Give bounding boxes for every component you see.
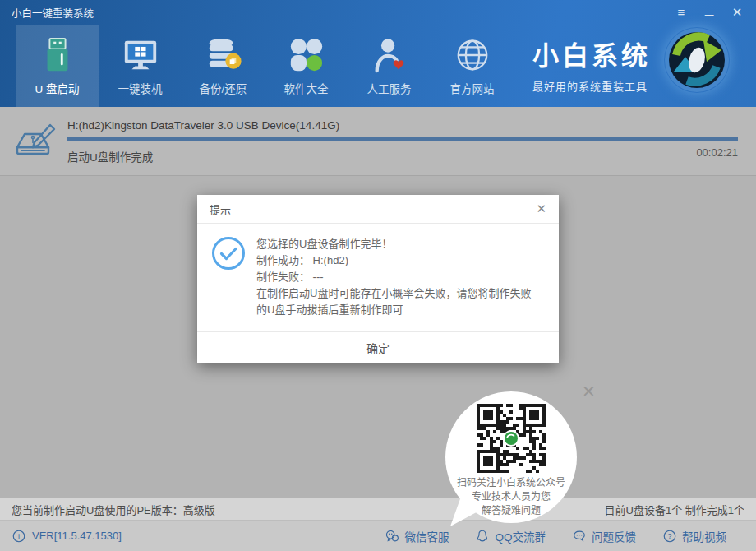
globe-icon xyxy=(454,36,491,74)
nav-item-backup-restore[interactable]: 备份/还原 xyxy=(182,25,265,107)
result-dialog: 提示 ✕ 您选择的U盘设备制作完毕！ 制作成功： H:(hd2) 制作失败： -… xyxy=(197,195,559,363)
nav-label: 一键装机 xyxy=(118,80,163,96)
status-bar: 您当前制作启动U盘使用的PE版本：高级版 目前U盘设备1个 制作完成1个 xyxy=(0,498,756,520)
progress-fill xyxy=(67,137,738,141)
version-text: VER[11.5.47.1530] xyxy=(32,530,122,542)
dialog-message-line: 制作成功： H:(hd2) xyxy=(256,252,541,269)
brand-logo-icon xyxy=(664,27,730,93)
nav-item-one-key-install[interactable]: 一键装机 xyxy=(99,25,182,107)
nav-item-software[interactable]: 软件大全 xyxy=(265,25,348,107)
disk-write-icon xyxy=(12,118,58,164)
usb-drive-icon xyxy=(39,36,76,74)
brand-block: 小白系统 最好用的系统重装工具 xyxy=(532,35,651,94)
dialog-close-icon[interactable]: ✕ xyxy=(536,201,546,216)
nav-label: 人工服务 xyxy=(367,80,412,96)
qq-group-link[interactable]: QQ交流群 xyxy=(475,528,546,544)
monitor-icon xyxy=(122,36,159,74)
info-icon: i xyxy=(12,529,26,544)
usb-device-name: H:(hd2)Kingston DataTraveler 3.0 USB Dev… xyxy=(67,119,339,132)
help-video-icon: ? xyxy=(662,529,677,544)
qr-caption-line: 扫码关注小白系统公众号 xyxy=(445,476,577,490)
footer-link-label: 问题反馈 xyxy=(592,528,636,544)
titlebar: 小白一键重装系统 ≡ ─ ✕ xyxy=(0,0,756,25)
footer-bar: i VER[11.5.47.1530] 微信客服 QQ交流群 xyxy=(0,520,756,551)
backup-restore-icon xyxy=(205,36,242,74)
footer-link-label: QQ交流群 xyxy=(495,528,546,544)
dialog-header: 提示 ✕ xyxy=(197,195,559,224)
version-info: i VER[11.5.47.1530] xyxy=(12,529,122,544)
main-nav: U 盘启动 一键装机 xyxy=(0,25,514,107)
dialog-message-line: 您选择的U盘设备制作完毕！ xyxy=(256,236,541,252)
app-title: 小白一键重装系统 xyxy=(12,5,94,21)
bubble-close-icon[interactable]: ✕ xyxy=(582,383,596,400)
dialog-message-line: 制作失败： --- xyxy=(256,269,541,285)
confirm-button[interactable]: 确定 xyxy=(197,331,559,363)
software-clover-icon xyxy=(288,36,325,74)
nav-item-official-site[interactable]: 官方网站 xyxy=(431,25,514,107)
feedback-link[interactable]: 问题反馈 xyxy=(572,528,636,544)
progress-bar xyxy=(67,137,738,141)
wechat-icon xyxy=(385,529,399,544)
nav-label: 官方网站 xyxy=(450,80,495,96)
menu-icon[interactable]: ≡ xyxy=(674,5,689,20)
close-icon[interactable]: ✕ xyxy=(730,5,744,20)
footer-links: 微信客服 QQ交流群 问题反馈 ? xyxy=(385,528,726,544)
brand-subtitle: 最好用的系统重装工具 xyxy=(532,78,651,94)
pe-version-text: 您当前制作启动U盘使用的PE版本：高级版 xyxy=(12,502,215,517)
minimize-icon[interactable]: ─ xyxy=(702,7,717,22)
svg-text:i: i xyxy=(18,532,20,540)
qr-bubble: 扫码关注小白系统公众号 专业技术人员为您 解答疑难问题 xyxy=(445,391,577,523)
dialog-message-line: 在制作启动U盘时可能存在小概率会失败，请您将制作失败的U盘手动拔插后重新制作即可 xyxy=(256,285,541,318)
nav-item-usb-boot[interactable]: U 盘启动 xyxy=(16,25,99,107)
svg-text:?: ? xyxy=(667,532,671,540)
qr-code xyxy=(477,404,546,473)
feedback-bubble-icon xyxy=(572,529,587,544)
nav-item-support[interactable]: 人工服务 xyxy=(348,25,431,107)
support-person-icon xyxy=(371,36,408,74)
elapsed-time: 00:02:21 xyxy=(696,146,738,159)
success-check-icon xyxy=(211,236,246,271)
header: 小白一键重装系统 ≡ ─ ✕ U 盘启动 xyxy=(0,0,756,107)
nav-label: 备份/还原 xyxy=(200,80,247,96)
dialog-title: 提示 xyxy=(210,201,231,217)
window-controls: ≡ ─ ✕ xyxy=(674,5,744,20)
app-window: 小白一键重装系统 ≡ ─ ✕ U 盘启动 xyxy=(0,0,756,551)
qq-icon xyxy=(475,529,490,544)
footer-link-label: 帮助视频 xyxy=(682,528,726,544)
footer-link-label: 微信客服 xyxy=(404,528,449,544)
wechat-support-link[interactable]: 微信客服 xyxy=(385,528,449,544)
usb-count-text: 目前U盘设备1个 制作完成1个 xyxy=(605,502,744,517)
usb-progress-panel: H:(hd2)Kingston DataTraveler 3.0 USB Dev… xyxy=(0,107,756,176)
nav-label: 软件大全 xyxy=(284,80,329,96)
progress-status-text: 启动U盘制作完成 xyxy=(67,148,153,164)
brand-title: 小白系统 xyxy=(532,35,651,72)
help-video-link[interactable]: ? 帮助视频 xyxy=(662,528,726,544)
dialog-body: 您选择的U盘设备制作完毕！ 制作成功： H:(hd2) 制作失败： --- 在制… xyxy=(197,224,559,331)
nav-label: U 盘启动 xyxy=(35,80,80,96)
